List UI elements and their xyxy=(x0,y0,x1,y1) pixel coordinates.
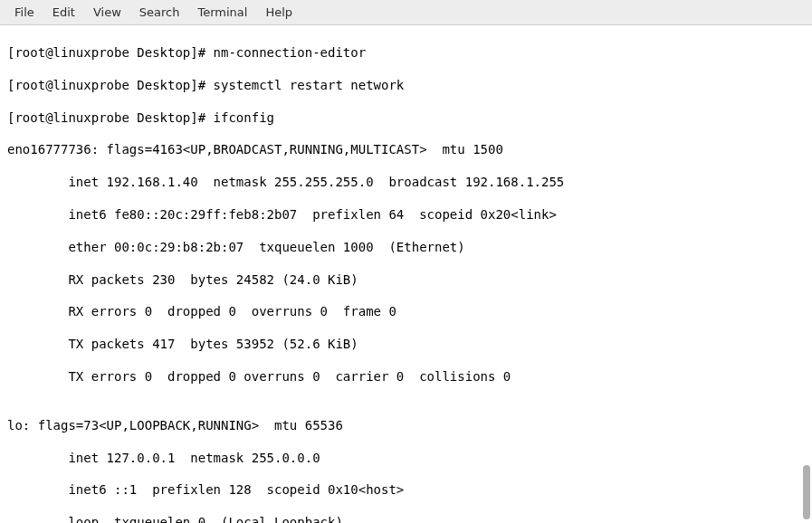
terminal-line: eno16777736: flags=4163<UP,BROADCAST,RUN… xyxy=(7,142,805,158)
terminal-line: RX errors 0 dropped 0 overruns 0 frame 0 xyxy=(7,304,805,320)
terminal-line: lo: flags=73<UP,LOOPBACK,RUNNING> mtu 65… xyxy=(7,418,805,434)
menu-edit[interactable]: Edit xyxy=(43,4,84,21)
terminal-line: TX errors 0 dropped 0 overruns 0 carrier… xyxy=(7,369,805,385)
terminal-line: TX packets 417 bytes 53952 (52.6 KiB) xyxy=(7,337,805,353)
terminal-output[interactable]: [root@linuxprobe Desktop]# nm-connection… xyxy=(0,25,812,523)
terminal-line: RX packets 230 bytes 24582 (24.0 KiB) xyxy=(7,272,805,289)
scrollbar-thumb[interactable] xyxy=(803,465,810,519)
scrollbar[interactable] xyxy=(801,24,812,523)
menu-terminal[interactable]: Terminal xyxy=(188,4,256,21)
terminal-line: loop txqueuelen 0 (Local Loopback) xyxy=(7,515,805,523)
terminal-line: [root@linuxprobe Desktop]# ifconfig xyxy=(7,110,805,127)
terminal-line: inet 127.0.0.1 netmask 255.0.0.0 xyxy=(7,451,805,467)
menubar: File Edit View Search Terminal Help xyxy=(0,0,812,25)
terminal-line: [root@linuxprobe Desktop]# systemctl res… xyxy=(7,78,805,94)
terminal-line: inet 192.168.1.40 netmask 255.255.255.0 … xyxy=(7,175,805,191)
terminal-line: ether 00:0c:29:b8:2b:07 txqueuelen 1000 … xyxy=(7,240,805,256)
terminal-line: inet6 fe80::20c:29ff:feb8:2b07 prefixlen… xyxy=(7,207,805,223)
menu-search[interactable]: Search xyxy=(130,4,189,21)
terminal-line: [root@linuxprobe Desktop]# nm-connection… xyxy=(7,45,805,62)
menu-file[interactable]: File xyxy=(5,4,43,21)
menu-help[interactable]: Help xyxy=(256,4,301,21)
menu-view[interactable]: View xyxy=(84,4,130,21)
terminal-line: inet6 ::1 prefixlen 128 scopeid 0x10<hos… xyxy=(7,482,805,499)
